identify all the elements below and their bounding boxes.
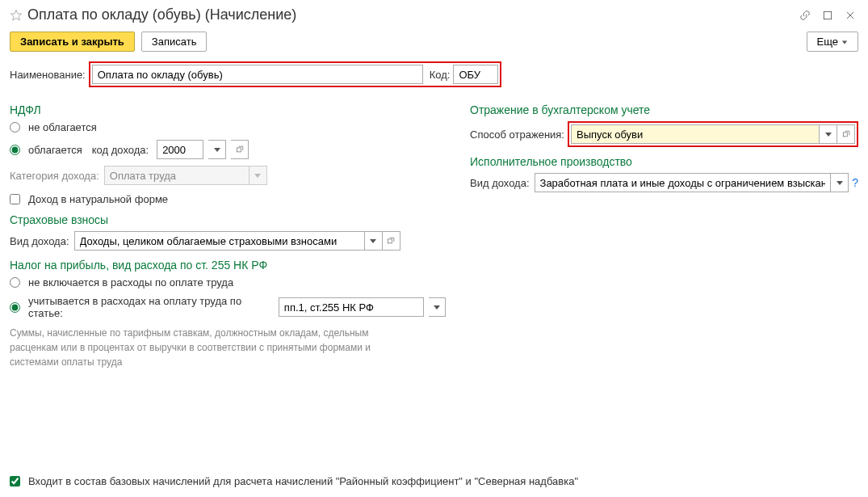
name-input[interactable] xyxy=(92,65,423,84)
accounting-section-title: Отражение в бухгалтерском учете xyxy=(470,103,858,116)
income-code-dropdown[interactable] xyxy=(208,140,226,159)
executive-type-label: Вид дохода: xyxy=(470,177,530,189)
accounting-method-open[interactable] xyxy=(837,124,855,144)
svg-marker-13 xyxy=(837,181,843,185)
save-and-close-button[interactable]: Записать и закрыть xyxy=(10,32,135,52)
base-accruals-label: Входит в состав базовых начислений для р… xyxy=(28,475,578,487)
profit-tax-note: Суммы, начисленные по тарифным ставкам, … xyxy=(10,326,413,369)
ndfl-not-taxed-radio[interactable] xyxy=(10,122,20,133)
help-icon[interactable]: ? xyxy=(852,176,858,189)
accounting-method-label: Способ отражения: xyxy=(470,128,564,141)
ndfl-taxed-radio[interactable] xyxy=(10,145,20,155)
accounting-method-input[interactable] xyxy=(571,124,820,144)
svg-rect-6 xyxy=(237,148,241,152)
page-title: Оплата по окладу (обувь) (Начисление) xyxy=(27,6,797,23)
code-label: Код: xyxy=(430,69,451,81)
insurance-type-input[interactable] xyxy=(74,231,365,251)
svg-rect-9 xyxy=(388,239,392,243)
name-label: Наименование: xyxy=(10,69,86,81)
svg-marker-10 xyxy=(434,305,440,310)
ndfl-taxed-label: облагается xyxy=(28,144,82,156)
close-icon[interactable] xyxy=(842,7,858,23)
base-accruals-checkbox[interactable] xyxy=(10,476,20,486)
ndfl-not-taxed-label: не облагается xyxy=(28,121,97,133)
link-icon[interactable] xyxy=(797,7,813,23)
svg-marker-5 xyxy=(214,148,220,152)
profit-tax-section-title: Налог на прибыль, вид расхода по ст. 255… xyxy=(10,259,446,272)
insurance-type-label: Вид дохода: xyxy=(10,235,69,247)
code-input[interactable] xyxy=(453,65,498,84)
insurance-type-dropdown[interactable] xyxy=(365,231,383,251)
svg-marker-11 xyxy=(825,133,832,137)
favorite-star-icon[interactable] xyxy=(10,9,23,22)
income-category-dropdown xyxy=(249,166,267,185)
executive-type-input[interactable] xyxy=(535,173,832,192)
profit-tax-article-input[interactable] xyxy=(279,297,424,317)
profit-tax-included-radio[interactable] xyxy=(10,302,20,313)
accounting-method-dropdown[interactable] xyxy=(820,124,837,144)
income-category-input xyxy=(104,166,249,185)
profit-tax-article-dropdown[interactable] xyxy=(429,297,446,317)
svg-rect-12 xyxy=(843,133,847,137)
maximize-icon[interactable] xyxy=(820,7,836,23)
svg-marker-0 xyxy=(10,10,21,20)
more-button[interactable]: Еще xyxy=(807,32,858,52)
income-code-open[interactable] xyxy=(231,140,249,159)
in-kind-label: Доход в натуральной форме xyxy=(28,193,168,205)
profit-tax-not-included-label: не включается в расходы по оплате труда xyxy=(28,276,233,289)
executive-type-dropdown[interactable] xyxy=(831,173,849,192)
profit-tax-not-included-radio[interactable] xyxy=(10,277,20,288)
ndfl-section-title: НДФЛ xyxy=(10,103,446,116)
svg-marker-7 xyxy=(254,174,261,178)
in-kind-checkbox[interactable] xyxy=(10,194,20,204)
svg-marker-8 xyxy=(370,239,376,243)
insurance-section-title: Страховые взносы xyxy=(10,213,446,226)
insurance-type-open[interactable] xyxy=(383,231,400,251)
profit-tax-included-label: учитывается в расходах на оплату труда п… xyxy=(28,295,269,319)
income-category-label: Категория дохода: xyxy=(10,170,99,182)
executive-section-title: Исполнительное производство xyxy=(470,155,858,168)
income-code-label: код дохода: xyxy=(92,144,149,156)
income-code-input[interactable] xyxy=(157,140,203,159)
more-label: Еще xyxy=(817,36,838,48)
chevron-down-icon xyxy=(841,39,848,45)
svg-marker-4 xyxy=(842,40,847,44)
save-button[interactable]: Записать xyxy=(141,32,208,52)
svg-rect-1 xyxy=(824,11,831,19)
